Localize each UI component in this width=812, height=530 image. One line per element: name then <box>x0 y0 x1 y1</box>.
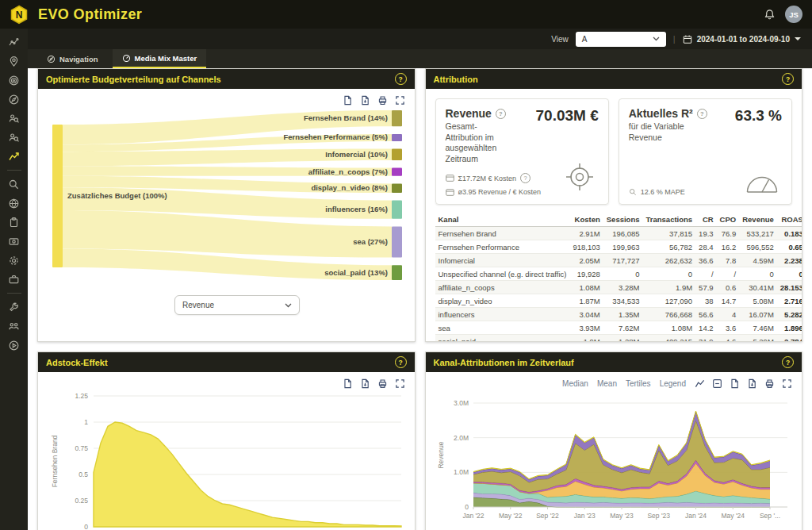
sidebar-item-wrench[interactable] <box>8 301 21 313</box>
sidebar-item-clipboard[interactable] <box>8 216 21 229</box>
gauge-icon <box>122 54 131 63</box>
column-header[interactable]: Kosten <box>569 213 603 227</box>
column-header[interactable]: Revenue <box>739 213 777 227</box>
line-mode-icon[interactable] <box>695 378 705 389</box>
svg-text:0.5: 0.5 <box>79 470 88 478</box>
svg-text:Fernsehen Performance (5%): Fernsehen Performance (5%) <box>284 132 388 141</box>
panel-budget-toolbar <box>38 89 415 107</box>
tab-media-mix-master[interactable]: Media Mix Master <box>113 49 207 68</box>
sidebar-item-line-chart-active[interactable] <box>8 150 21 163</box>
date-range-value: 2024-01-01 to 2024-09-10 <box>697 35 790 44</box>
metric-dropdown-value: Revenue <box>182 301 214 309</box>
metric-dropdown[interactable]: Revenue <box>174 295 300 315</box>
table-cell: 0.6 <box>717 281 740 294</box>
export-image-icon[interactable] <box>730 378 740 389</box>
attribution-table[interactable]: KanalKostenSessionsTransactionsCRCPOReve… <box>435 213 803 342</box>
table-row[interactable]: Fernsehen Performance918,103199,96356,78… <box>435 240 803 254</box>
help-icon[interactable] <box>395 73 407 85</box>
column-header[interactable]: CPO <box>717 213 740 227</box>
table-cell: 28.4 <box>695 240 717 254</box>
panel-timeline: Kanal-Attributionen im Zeitverlauf Media… <box>425 351 803 530</box>
table-cell: 76.9 <box>717 227 740 240</box>
export-data-icon[interactable] <box>747 378 757 389</box>
print-icon[interactable] <box>377 95 388 106</box>
magnifier-icon <box>629 188 637 196</box>
help-icon[interactable] <box>395 356 407 368</box>
view-label: View <box>551 35 569 44</box>
table-row[interactable]: sea3.93M7.62M1.08M14.23.67.46M1.896 <box>435 321 803 335</box>
mean-toggle[interactable]: Mean <box>597 379 617 388</box>
tertiles-toggle[interactable]: Tertiles <box>626 379 651 388</box>
view-select[interactable]: A <box>576 32 666 47</box>
table-cell: Fernsehen Performance <box>435 240 570 254</box>
sidebar-item-globe[interactable] <box>8 197 21 209</box>
table-header-row: KanalKostenSessionsTransactionsCRCPOReve… <box>435 213 803 227</box>
export-data-icon[interactable] <box>360 378 370 389</box>
table-cell: 7.8 <box>717 254 740 267</box>
legend-toggle[interactable]: Legend <box>660 379 686 388</box>
table-cell: 0 <box>643 267 696 281</box>
app-logo[interactable]: N <box>10 5 29 25</box>
help-icon[interactable] <box>782 73 794 85</box>
sidebar-item-search[interactable] <box>8 178 21 190</box>
table-row[interactable]: Infomercial2.05M717,727262,63236.67.84.5… <box>435 254 803 267</box>
svg-text:Jan '22: Jan '22 <box>462 512 484 520</box>
sidebar-item-tutorial[interactable] <box>8 339 21 351</box>
sidebar-item-user-search[interactable] <box>8 112 21 125</box>
median-toggle[interactable]: Median <box>562 379 588 388</box>
column-header[interactable]: ROAS <box>777 213 802 227</box>
svg-text:0: 0 <box>465 503 469 511</box>
table-cell: 1.35M <box>603 308 643 321</box>
svg-text:affiliate_n_coops (7%): affiliate_n_coops (7%) <box>308 167 388 176</box>
sidebar <box>0 29 28 530</box>
table-row[interactable]: Fernsehen Brand2.91M196,08537,81519.376.… <box>435 227 803 240</box>
sidebar-item-analytics[interactable] <box>8 36 21 48</box>
table-cell: 5.282 <box>777 308 802 321</box>
column-header[interactable]: Sessions <box>603 213 643 227</box>
help-icon[interactable] <box>520 173 530 183</box>
sidebar-item-briefcase[interactable] <box>8 273 21 286</box>
print-icon[interactable] <box>764 378 775 389</box>
export-data-icon[interactable] <box>360 95 370 106</box>
sidebar-item-target[interactable] <box>8 74 21 86</box>
sidebar-item-audience-search[interactable] <box>8 131 21 144</box>
help-icon[interactable] <box>496 109 506 119</box>
table-cell: 0.183 <box>777 227 802 240</box>
table-row[interactable]: display_n_video1.87M334,533127,0903814.7… <box>435 294 803 308</box>
fullscreen-icon[interactable] <box>395 95 405 106</box>
sidebar-item-team[interactable] <box>8 320 21 332</box>
sidebar-item-compass[interactable] <box>8 93 21 106</box>
table-row[interactable]: social_paid1.9M1.28M409,21531.94.65.29M2… <box>435 335 803 343</box>
date-range-picker[interactable]: 2024-01-01 to 2024-09-10 <box>683 34 801 44</box>
table-cell: 3.6 <box>717 321 740 335</box>
table-row[interactable]: Unspecified channel (e.g. direct traffic… <box>435 267 803 281</box>
fullscreen-icon[interactable] <box>395 378 405 389</box>
table-cell: 28.153 <box>777 281 802 294</box>
fullscreen-icon[interactable] <box>782 378 792 389</box>
export-image-icon[interactable] <box>343 378 353 389</box>
print-icon[interactable] <box>377 378 388 389</box>
table-cell: 127,090 <box>643 294 696 308</box>
notifications-button[interactable] <box>764 9 776 21</box>
table-cell: 56,782 <box>643 240 696 254</box>
help-icon[interactable] <box>782 356 794 368</box>
table-row[interactable]: affiliate_n_coops1.08M3.28M1.9M57.90.630… <box>435 281 803 294</box>
column-header[interactable]: Transactions <box>643 213 696 227</box>
sidebar-item-gear[interactable] <box>8 254 21 267</box>
column-header[interactable]: Kanal <box>435 213 570 227</box>
help-icon[interactable] <box>697 109 707 119</box>
panel-budget-header: Optimierte Budgetverteilung auf Channels <box>38 69 415 89</box>
table-cell: 14.2 <box>695 321 717 335</box>
table-cell: 2.05M <box>569 254 603 267</box>
table-cell: 334,533 <box>603 294 643 308</box>
export-image-icon[interactable] <box>343 95 353 106</box>
column-header[interactable]: CR <box>695 213 717 227</box>
collapse-icon[interactable] <box>712 378 722 389</box>
tab-navigation[interactable]: Navigation <box>37 49 108 68</box>
sidebar-divider <box>7 293 21 294</box>
table-row[interactable]: influencers3.04M1.35M766,66856.6416.07M5… <box>435 308 803 321</box>
sidebar-item-media-card[interactable] <box>8 235 21 248</box>
sidebar-item-location[interactable] <box>8 55 21 67</box>
user-avatar[interactable]: JS <box>785 6 802 23</box>
table-cell: 262,632 <box>643 254 696 267</box>
